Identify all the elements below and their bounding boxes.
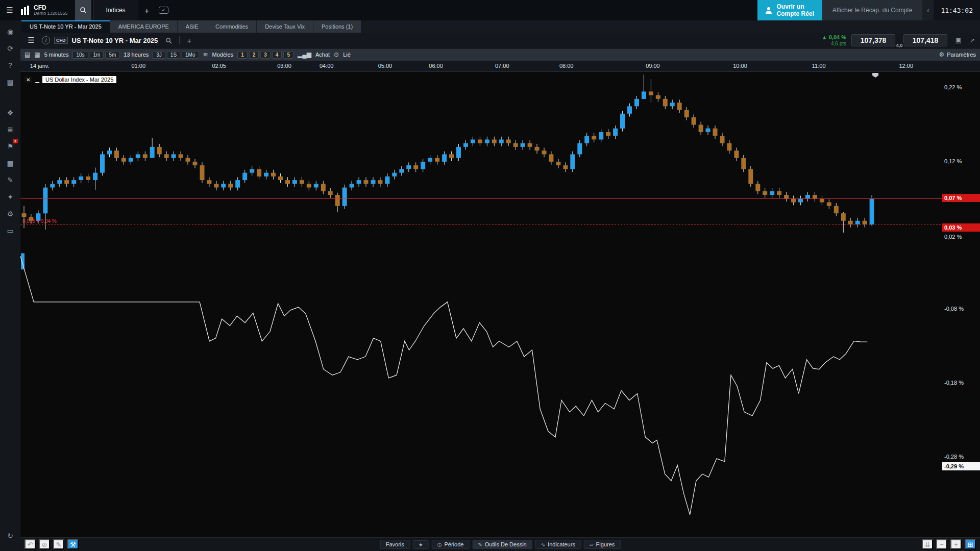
outils-de-dessin-label: Outils De Dessin xyxy=(485,541,527,547)
market-tab-commodities[interactable]: Commodities xyxy=(207,20,257,33)
price-change: ▲ 0,04 % 4,6 pts xyxy=(822,34,846,46)
device-check-button[interactable]: ✓ xyxy=(156,0,172,20)
price-axis-label: -0,08 % xyxy=(942,305,980,313)
buy-price-button[interactable]: 107,418 xyxy=(903,34,947,46)
open-real-account-button[interactable]: Ouvrir un Compte Réel xyxy=(757,0,822,20)
outils-de-dessin-icon: ✎ xyxy=(478,542,482,547)
figures-button[interactable]: ▱Figures xyxy=(584,540,620,549)
last-price-badge[interactable]: -0,29 % xyxy=(942,462,980,470)
sidebar-item-watchlist[interactable]: ≣ xyxy=(4,124,16,135)
sidebar-item-education[interactable]: ✦ xyxy=(4,192,16,202)
market-tab-us-t-note-10-yr-mar-2025[interactable]: US T-Note 10 YR - Mar 2025 xyxy=(21,20,110,33)
favoris-button[interactable]: Favoris xyxy=(380,540,410,549)
info-icon[interactable]: i xyxy=(42,36,50,44)
add-chart-button[interactable]: + xyxy=(184,36,194,45)
sidebar-item-news[interactable]: ▦ xyxy=(4,158,16,168)
interval-chips: 10s1m5m xyxy=(72,51,119,59)
chart-menu-button[interactable]: ☰ xyxy=(24,35,38,45)
market-tab-positions-1[interactable]: Positions (1) xyxy=(313,20,361,33)
settings-label[interactable]: Paramètres xyxy=(947,52,976,58)
interval-chip-1m[interactable]: 1m xyxy=(90,51,104,59)
auto-fit-button[interactable]: ⊞ xyxy=(965,539,976,549)
models-label[interactable]: Modèles xyxy=(212,52,234,58)
instrument-search-button[interactable] xyxy=(162,37,175,44)
change-percent: 0,04 % xyxy=(829,34,846,40)
scroll-button[interactable]: ⇊ xyxy=(922,539,933,549)
linked-label[interactable]: Lié xyxy=(343,52,351,58)
collapse-panel-button[interactable]: ‹ xyxy=(922,0,934,20)
price-axis-label: 0,02 % xyxy=(942,233,980,241)
interval-label[interactable]: 5 minutes xyxy=(44,52,69,58)
sidebar-item-help[interactable]: ? xyxy=(4,60,16,70)
search-icon xyxy=(80,7,87,14)
view-chip-5[interactable]: 5 xyxy=(283,51,293,59)
pencil-button[interactable]: ✎ xyxy=(53,539,64,549)
range-chip-1mo[interactable]: 1Mo xyxy=(182,51,199,59)
analysis-icon: ✎ xyxy=(7,176,13,184)
education-icon: ✦ xyxy=(7,193,13,201)
view-chip-1[interactable]: 1 xyxy=(237,51,248,59)
hamburger-icon: ☰ xyxy=(6,6,13,15)
sidebar-item-power[interactable]: ↻ xyxy=(4,531,16,541)
market-tab-devise-taux-vix[interactable]: Devise Taux Vix xyxy=(257,20,313,33)
clear-button[interactable]: ⊘ xyxy=(39,539,50,549)
range-chip-1s[interactable]: 1S xyxy=(167,51,180,59)
expand-chart-button[interactable]: ▣ xyxy=(952,36,962,44)
view-chip-2[interactable]: 2 xyxy=(249,51,259,59)
time-tick: 09:00 xyxy=(646,63,660,69)
platform-logo-icon xyxy=(21,6,29,15)
topbar-right: Ouvrir un Compte Réel Afficher le Récap.… xyxy=(757,0,980,20)
news-icon: ▦ xyxy=(7,159,13,167)
favoris-star-button[interactable]: ★ xyxy=(413,540,429,549)
sidebar-item-alerts[interactable]: ⚑1 xyxy=(4,141,16,152)
sidebar-item-analysis[interactable]: ✎ xyxy=(4,175,16,185)
alert-price-badge[interactable]: 0,07 % xyxy=(942,194,980,202)
sidebar-item-files[interactable]: ▭ xyxy=(4,226,16,236)
main-menu-button[interactable]: ☰ xyxy=(3,0,16,20)
chart-plot[interactable]: ✕ ▁ US Dollar Index - Mar 2025 0,035 ▾ 0… xyxy=(20,72,980,537)
price-axis[interactable]: 0,22 %0,12 %0,02 %-0,08 %-0,18 %-0,28 %0… xyxy=(942,72,980,537)
tools-button[interactable]: ⚒ xyxy=(67,539,79,549)
outils-de-dessin-button[interactable]: ✎Outils De Dessin xyxy=(472,540,532,549)
sidebar-item-portfolio[interactable]: ▤ xyxy=(4,77,16,87)
view-chip-4[interactable]: 4 xyxy=(272,51,282,59)
account-summary-button[interactable]: Afficher le Récap. du Compte xyxy=(822,0,923,20)
workspace-tab-indices[interactable]: Indices xyxy=(93,0,138,20)
popout-chart-button[interactable]: ↗ xyxy=(967,36,976,44)
minimize-indicator-button[interactable]: ▁ xyxy=(34,77,40,83)
time-axis[interactable]: 14 janv.01:0002:0503:0004:0005:0006:0007… xyxy=(20,61,980,72)
alert-price-badge[interactable]: 0,03 % xyxy=(942,223,980,232)
sell-price-button[interactable]: 107,378 xyxy=(851,34,895,46)
zoom-out-button[interactable]: − xyxy=(936,539,947,549)
indicator-label[interactable]: US Dollar Index - Mar 2025 xyxy=(42,76,116,83)
time-tick: 01:00 xyxy=(131,63,145,69)
buy-mode-label[interactable]: Achat xyxy=(315,52,330,58)
search-button[interactable] xyxy=(75,0,91,20)
search-icon xyxy=(165,37,172,44)
sidebar-item-protection[interactable]: ❖ xyxy=(4,108,16,118)
journal-icon[interactable]: ▤ xyxy=(24,51,30,58)
range-chip-3j[interactable]: 3J xyxy=(153,51,165,59)
expand-icon: ▣ xyxy=(955,37,961,44)
market-tab-bar: US T-Note 10 YR - Mar 2025AMERICA EUROPE… xyxy=(20,20,980,33)
market-tab-america-europe[interactable]: AMERICA EUROPE xyxy=(110,20,178,33)
power-icon: ↻ xyxy=(7,532,13,540)
chart-header-right: ▲ 0,04 % 4,6 pts 107,378 107,418 4,0 ▣ ↗ xyxy=(822,34,976,46)
sidebar-item-settings[interactable]: ⚙ xyxy=(4,209,16,219)
view-chip-3[interactable]: 3 xyxy=(260,51,271,59)
sidebar-item-account[interactable]: ◉ xyxy=(4,27,16,37)
indicateurs-button[interactable]: ∿Indicateurs xyxy=(535,540,581,549)
market-tab-asie[interactable]: ASIE xyxy=(178,20,207,33)
undo-button[interactable]: ↶ xyxy=(24,539,36,549)
close-indicator-button[interactable]: ✕ xyxy=(24,76,32,83)
interval-chip-5m[interactable]: 5m xyxy=(105,51,119,59)
new-workspace-button[interactable]: + xyxy=(140,0,154,20)
range-label[interactable]: 13 heures xyxy=(124,52,149,58)
chart-toolbar: ▤ ▦ 5 minutes 10s1m5m 13 heures 3J1S1Mo … xyxy=(20,48,980,61)
grid-layout-icon[interactable]: ▦ xyxy=(34,51,40,58)
sidebar-item-orders[interactable]: ⟳ xyxy=(4,43,16,54)
interval-chip-10s[interactable]: 10s xyxy=(72,51,88,59)
chart-header-left: ☰ i CFD US T-Note 10 YR - Mar 2025 + xyxy=(24,35,194,45)
zoom-in-button[interactable]: + xyxy=(950,539,962,549)
periode-button[interactable]: ◷Période xyxy=(432,540,470,549)
